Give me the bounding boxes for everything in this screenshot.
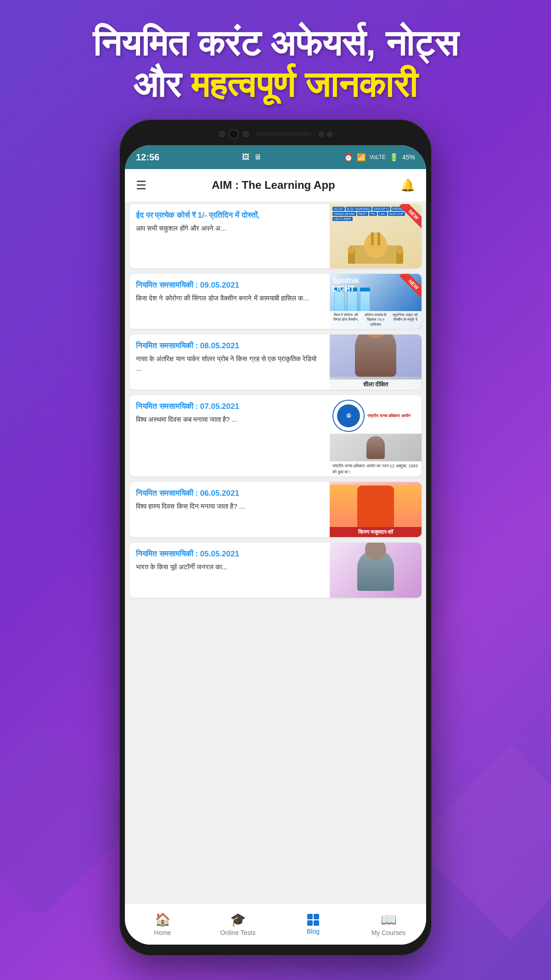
sheila-figure-wrap [330,334,422,377]
article-text-3: नियमित समसामयिकी : 08.05.2021 नासा के अं… [129,334,330,390]
notification-bell-icon[interactable]: 🔔 [400,178,415,193]
nav-my-courses-label: My Courses [371,929,406,936]
nhrc-logo: ☮ [332,400,365,432]
tag-ldc: LDC [378,212,387,216]
home-icon: 🏠 [155,912,171,927]
article-image-1: SC/ST B.SC NURSING GROUP D PATWARI GRAM … [330,204,422,268]
article-body-3: नासा के अंतरिक्ष यान पार्कर सोलर प्रोब न… [136,354,323,373]
grid-cell-2 [314,914,319,919]
article-text-4: नियमित समसामयिकी : 07.05.2021 विश्व अस्थ… [129,395,330,476]
info-col-3: स्पुतनिक लाइट को वैक्सीन के मंजूरी दे [391,313,420,327]
nav-online-tests-label: Online Tests [220,929,256,936]
tag-nursing: B.SC NURSING [346,207,372,211]
article-title-3: नियमित समसामयिकी : 08.05.2021 [136,341,323,351]
status-time: 12:56 [136,152,159,163]
phone-mockup: 12:56 🖼 🖥 ⏰ 📶 VoLTE 🔋 45% ☰ AIM : The Le… [119,119,432,956]
attorney-image [330,543,422,598]
article-card-1[interactable]: ईद पर प्रत्येक कोर्स ₹ 1/- प्रतिदिन में … [129,204,422,268]
article-card-3[interactable]: नियमित समसामयिकी : 08.05.2021 नासा के अं… [129,334,422,390]
article-body-1: आप सभी सकुशल होंगे और अपने अ... [136,223,323,233]
phone-camera-bar [125,125,426,143]
article-image-5: किरण मजूमदार-शॉ [330,482,422,537]
kiran-image: किरण मजूमदार-शॉ [330,482,422,537]
nhrc-top: ☮ राष्ट्रीय मानव अधिकार आयोग [330,400,422,432]
attorney-figure [357,549,394,591]
front-camera [319,131,324,137]
article-title-4: नियमित समसामयिकी : 07.05.2021 [136,402,323,412]
nhrc-person-photo [330,434,422,461]
nhrc-person-figure [366,436,385,459]
article-card-6[interactable]: नियमित समसामयिकी : 05.05.2021 भारत के कि… [129,543,422,598]
article-image-3: शीला दीक्षित [330,334,422,390]
nhrc-title-text: राष्ट्रीय मानव अधिकार आयोग [367,400,410,432]
hamburger-icon[interactable]: ☰ [136,178,146,193]
new-badge-1 [389,204,422,236]
article-image-4: ☮ राष्ट्रीय मानव अधिकार आयोग राष्ट्रीय म… [330,395,422,476]
svg-rect-2 [371,232,374,245]
article-card-2[interactable]: नियमित समसामयिकी : 09.05.2021 किस देश ने… [129,274,422,329]
hero-line2-text: और [134,64,191,105]
status-bar: 12:56 🖼 🖥 ⏰ 📶 VoLTE 🔋 45% [125,145,426,169]
article-title-5: नियमित समसामयिकी : 06.05.2021 [136,488,323,498]
svg-rect-3 [377,232,380,245]
article-image-6 [330,543,422,598]
article-card-5[interactable]: नियमित समसामयिकी : 06.05.2021 विश्व हास्… [129,482,422,537]
article-image-2: SputnikLIGHT [330,274,422,329]
camera-left-cluster [219,129,249,139]
phone-screen: 12:56 🖼 🖥 ⏰ 📶 VoLTE 🔋 45% ☰ AIM : The Le… [125,145,426,945]
hero-line1: नियमित करंट अफेयर्स, नोट्स [18,23,533,64]
gallery-icon: 🖼 [242,153,249,161]
bottom-navigation: 🏠 Home 🎓 Online Tests Blog [125,903,426,945]
camera-dot-2 [242,131,249,137]
content-area: ईद पर प्रत्येक कोर्स ₹ 1/- प्रतिदिन में … [125,201,426,903]
front-camera-2 [327,131,332,137]
nav-home-label: Home [154,929,171,936]
nav-my-courses[interactable]: 📖 My Courses [351,904,426,945]
sputnik-bottom-info: किस ने कोरोना की सिंगल डोज वैक्सीन, कोरो… [330,311,422,329]
article-title-6: नियमित समसामयिकी : 05.05.2021 [136,549,323,559]
article-title-2: नियमित समसामयिकी : 09.05.2021 [136,280,323,290]
nav-home[interactable]: 🏠 Home [125,904,200,945]
article-text-2: नियमित समसामयिकी : 09.05.2021 किस देश ने… [129,274,330,329]
article-body-6: भारत के किस पूर्व अटॉर्नी जनरल का... [136,562,323,572]
article-body-4: विश्व अस्थमा दिवस कब मनाया जाता है? ... [136,414,323,424]
sheila-head [364,334,388,338]
battery-icon: 🔋 [389,153,399,162]
nhrc-info-text: राष्ट्रीय मानव अधिकार आयोग का गठन 12 अक्… [330,461,422,476]
status-left-icons: 🖼 🖥 [242,153,261,161]
article-text-5: नियमित समसामयिकी : 06.05.2021 विश्व हास्… [129,482,330,537]
grid-cell-4 [314,920,319,926]
info-col-1: किस ने कोरोना की सिंगल डोज वैक्सीन, [332,313,360,327]
grid-cell-3 [307,920,313,926]
battery-percent: 45% [402,153,415,161]
new-badge-2 [389,274,422,306]
article-card-4[interactable]: नियमित समसामयिकी : 07.05.2021 विश्व अस्थ… [129,395,422,476]
tag-group-d: GROUP D [372,207,390,211]
nav-online-tests[interactable]: 🎓 Online Tests [200,904,276,945]
sheila-image: शीला दीक्षित [330,334,422,390]
sheila-label: शीला दीक्षित [330,380,422,390]
article-title-1: ईद पर प्रत्येक कोर्स ₹ 1/- प्रतिदिन में … [136,210,323,221]
my-courses-icon: 📖 [381,912,397,927]
svg-point-1 [364,232,387,258]
sheila-photo [330,334,422,377]
bg-shape-left [0,722,139,917]
alarm-icon: ⏰ [344,153,353,162]
app-title: AIM : The Learning App [212,179,335,192]
screen-icon: 🖥 [254,153,261,161]
tag-pg: PG [369,212,377,216]
online-tests-icon: 🎓 [230,912,246,927]
svg-point-6 [348,245,354,255]
info-col-2: कोरोना वायरस के खिलाफ 79.4 प्रतिशत [361,313,390,327]
article-text-6: नियमित समसामयिकी : 05.05.2021 भारत के कि… [129,543,330,598]
kiran-person [330,485,422,527]
nav-blog[interactable]: Blog [276,904,351,945]
grid-cell-1 [307,914,313,919]
svg-point-7 [397,245,403,255]
kiran-label: किरण मजूमदार-शॉ [330,527,422,537]
speaker-grille [256,132,311,136]
status-right-icons: ⏰ 📶 VoLTE 🔋 45% [344,153,415,162]
nav-blog-label: Blog [307,928,320,935]
signal-text: VoLTE [370,154,386,160]
article-body-5: विश्व हास्य दिवस किस दिन मनाया जाता है? … [136,501,323,511]
